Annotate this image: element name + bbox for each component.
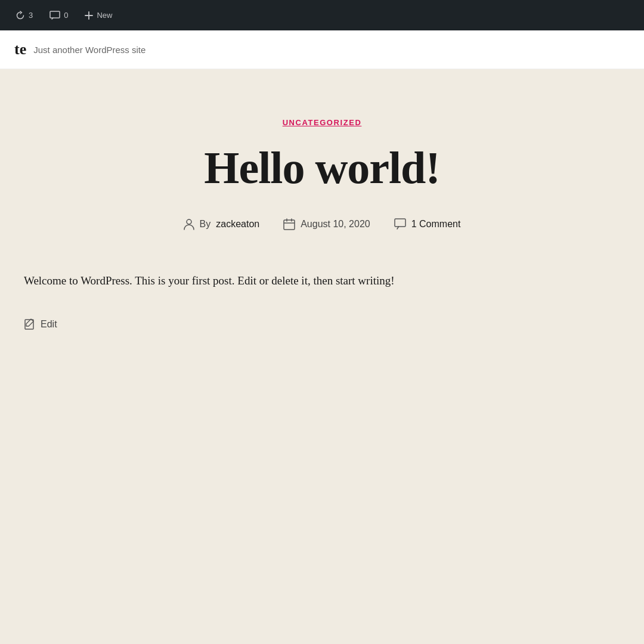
edit-link[interactable]: Edit bbox=[24, 318, 620, 330]
updates-count: 3 bbox=[29, 11, 33, 20]
author-meta: By zackeaton bbox=[184, 218, 260, 230]
main-content: UNCATEGORIZED Hello world! By zackeaton bbox=[0, 69, 644, 644]
svg-rect-3 bbox=[395, 219, 405, 227]
post-category: UNCATEGORIZED bbox=[24, 117, 620, 128]
post-body-text: Welcome to WordPress. This is your first… bbox=[24, 272, 537, 290]
admin-bar: 3 0 New bbox=[0, 0, 644, 30]
new-label: New bbox=[97, 11, 112, 20]
post-date: August 10, 2020 bbox=[301, 219, 370, 230]
svg-point-1 bbox=[187, 219, 191, 224]
edit-icon bbox=[24, 318, 36, 330]
category-link[interactable]: UNCATEGORIZED bbox=[283, 118, 362, 127]
site-tagline: Just another WordPress site bbox=[33, 45, 145, 55]
comments-icon bbox=[49, 11, 60, 20]
comment-meta-icon bbox=[394, 218, 406, 230]
calendar-icon bbox=[283, 218, 295, 230]
svg-rect-2 bbox=[284, 220, 295, 230]
author-link[interactable]: zackeaton bbox=[216, 219, 259, 230]
updates-button[interactable]: 3 bbox=[7, 0, 41, 30]
post-body: Welcome to WordPress. This is your first… bbox=[24, 272, 537, 290]
svg-rect-0 bbox=[50, 11, 60, 18]
post-title: Hello world! bbox=[24, 144, 620, 192]
site-header: te Just another WordPress site bbox=[0, 30, 644, 69]
comments-button[interactable]: 0 bbox=[41, 0, 76, 30]
comments-meta: 1 Comment bbox=[394, 218, 461, 230]
new-button[interactable]: New bbox=[76, 0, 120, 30]
date-meta: August 10, 2020 bbox=[283, 218, 370, 230]
refresh-icon bbox=[16, 11, 25, 20]
site-title: te bbox=[14, 41, 26, 58]
plus-icon bbox=[85, 11, 93, 20]
comments-count: 0 bbox=[64, 11, 68, 20]
author-prefix: By bbox=[200, 219, 211, 230]
person-icon bbox=[184, 218, 194, 230]
post-meta: By zackeaton August 10, 2020 1 Comment bbox=[24, 218, 620, 230]
comments-link[interactable]: 1 Comment bbox=[411, 219, 461, 230]
edit-label: Edit bbox=[41, 319, 57, 330]
